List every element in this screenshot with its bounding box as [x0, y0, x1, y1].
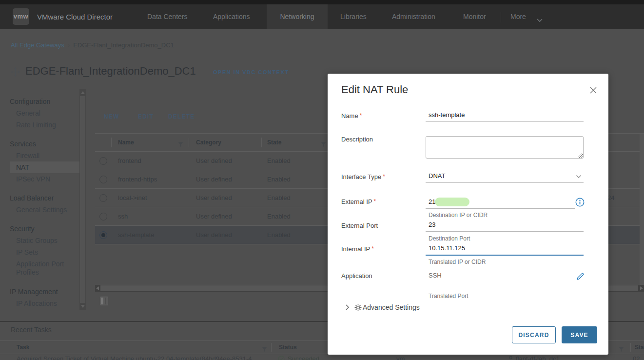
cell-category: User defined [196, 170, 232, 188]
required-marker: * [360, 112, 362, 119]
column-header-state[interactable]: State [267, 134, 281, 151]
filter-icon[interactable] [178, 140, 183, 149]
sidebar-scrollbar[interactable] [79, 89, 86, 310]
cell-state: Enabled [267, 152, 291, 170]
table-vertical-scrollbar[interactable] [640, 134, 644, 285]
required-marker: * [383, 173, 385, 180]
new-button[interactable]: NEW [104, 111, 119, 122]
cell-state: Enabled [267, 207, 291, 225]
chevron-right-icon [345, 304, 350, 311]
external-ip-field[interactable]: 21 [426, 197, 575, 209]
sidebar-item-ip-sets[interactable]: IP Sets [10, 246, 79, 258]
application-value: SSH [429, 272, 442, 279]
cell-name: frontend [118, 152, 141, 170]
filter-icon[interactable] [262, 345, 267, 354]
edit-nat-rule-modal: Edit NAT Rule Name* Description Interfac… [328, 74, 608, 355]
vmware-logo[interactable]: vmw [13, 8, 29, 25]
vmware-cloud-director-screen: vmw VMware Cloud Director Data Centers A… [0, 0, 644, 360]
task-name: Acquired Screen Ticket of Virtual Machin… [17, 354, 252, 360]
status-success-icon [278, 356, 285, 360]
nav-top-strip [0, 0, 644, 4]
user-icon [507, 356, 514, 360]
save-button[interactable]: SAVE [562, 326, 597, 343]
sidebar-item-application-port-profiles[interactable]: Application Port Profiles [10, 258, 79, 279]
edit-pencil-icon[interactable] [576, 272, 585, 282]
breadcrumb-link-all-edge-gateways[interactable]: All Edge Gateways [11, 41, 64, 49]
description-label: Description [341, 136, 373, 143]
row-radio[interactable] [99, 176, 107, 183]
scroll-down-icon[interactable] [81, 305, 85, 308]
sidebar-nav: Configuration General Rate Limiting Serv… [10, 96, 79, 309]
filter-icon[interactable] [321, 140, 326, 149]
column-divider [111, 138, 112, 147]
cell-name: local->inet [118, 189, 147, 207]
required-marker: * [374, 198, 376, 205]
open-vdc-context-link[interactable]: OPEN IN VDC CONTEXT [213, 69, 289, 75]
external-port-field[interactable] [426, 220, 584, 232]
column-header-category[interactable]: Category [196, 134, 221, 151]
sidebar-item-rate-limiting[interactable]: Rate Limiting [10, 119, 79, 131]
application-helper: Translated Port [429, 293, 468, 300]
nav-tab-monitor[interactable]: Monitor [463, 4, 486, 29]
top-navbar: vmw VMware Cloud Director Data Centers A… [0, 0, 644, 29]
gear-icon [354, 304, 362, 311]
required-marker: * [371, 245, 374, 252]
internal-ip-label: Internal IP* [341, 245, 374, 253]
delete-button[interactable]: DELETE [168, 111, 195, 122]
tasks-column-status: Status [279, 341, 297, 354]
column-settings-icon[interactable] [100, 297, 108, 307]
scroll-up-icon[interactable] [81, 91, 85, 94]
cell-state: Enabled [267, 170, 291, 188]
sidebar-item-general-settings[interactable]: General Settings [10, 204, 79, 216]
description-field[interactable] [426, 136, 584, 159]
scroll-right-icon[interactable] [640, 286, 643, 290]
nav-tab-data-centers[interactable]: Data Centers [147, 4, 187, 29]
chevron-down-icon [576, 175, 582, 179]
task-status: Succeeded [288, 354, 319, 360]
column-divider [261, 138, 262, 147]
breadcrumb-current: EDGE-Flant_IntegrationDemo_DC1 [73, 41, 174, 49]
sidebar-item-general[interactable]: General [10, 107, 79, 119]
column-divider [630, 343, 631, 352]
sidebar-section-ip-management: IP Management [10, 286, 79, 298]
discard-button[interactable]: DISCARD [512, 326, 556, 343]
page-title: EDGE-Flant_IntegrationDemo_DC1 [25, 65, 196, 78]
advanced-settings-toggle[interactable]: Advanced Settings [345, 302, 420, 313]
sidebar-section-security: Security [10, 223, 79, 235]
column-divider [189, 138, 189, 147]
cell-state: Enabled [267, 226, 291, 244]
sidebar-item-ip-allocations[interactable]: IP Allocations [10, 298, 79, 309]
scroll-left-icon[interactable] [96, 286, 99, 290]
sidebar-section-services: Services [10, 138, 79, 150]
sidebar-item-ipsec-vpn[interactable]: IPSec VPN [10, 173, 79, 185]
nav-more-menu[interactable]: More [510, 4, 526, 29]
sidebar-item-nat[interactable]: NAT [10, 161, 79, 173]
sidebar-item-static-groups[interactable]: Static Groups [10, 235, 79, 246]
sidebar-item-firewall[interactable]: Firewall [10, 150, 79, 161]
interface-type-value: DNAT [429, 172, 445, 180]
interface-type-label: Interface Type* [341, 173, 385, 180]
name-field[interactable] [426, 111, 584, 122]
interface-type-select[interactable]: DNAT [426, 172, 584, 183]
column-divider [271, 343, 272, 352]
internal-ip-field[interactable] [426, 244, 584, 256]
nav-tab-administration[interactable]: Administration [392, 4, 435, 29]
filter-icon[interactable] [619, 345, 624, 354]
task-start-time: 02 [633, 354, 640, 360]
column-header-name[interactable]: Name [118, 134, 134, 151]
nav-tab-libraries[interactable]: Libraries [340, 4, 367, 29]
nav-tab-networking[interactable]: Networking [267, 4, 328, 29]
row-radio[interactable] [99, 194, 107, 202]
chevron-down-icon[interactable] [536, 16, 543, 24]
nav-tab-applications[interactable]: Applications [213, 4, 250, 29]
sidebar-scrollbar-thumb[interactable] [80, 96, 85, 303]
advanced-settings-label: Advanced Settings [363, 303, 420, 311]
edit-button[interactable]: EDIT [138, 111, 154, 122]
cell-name: ssh [118, 207, 128, 225]
row-radio[interactable] [99, 157, 107, 165]
cell-name: ssh-template [118, 226, 154, 244]
close-icon[interactable] [589, 86, 597, 94]
row-radio[interactable] [99, 213, 107, 220]
row-radio-checked[interactable] [99, 231, 107, 239]
info-icon[interactable] [575, 198, 585, 209]
